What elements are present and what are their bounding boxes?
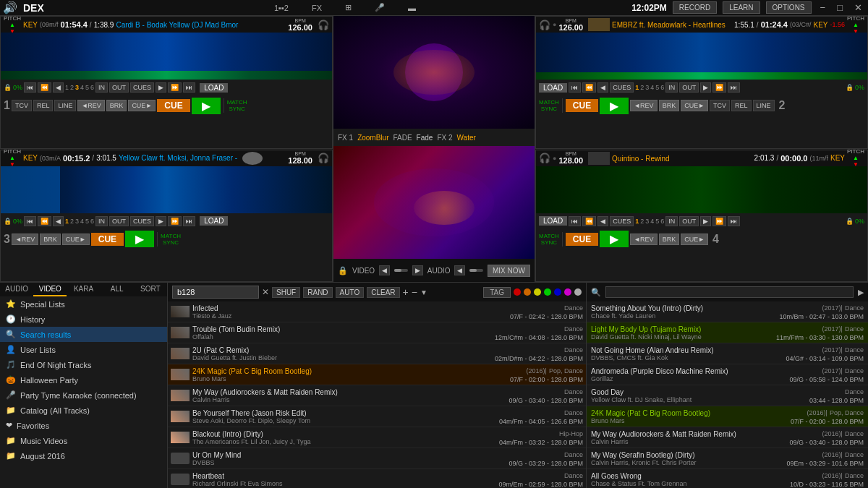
deck1-back[interactable]: ◀ [53,82,64,93]
deck3-lock[interactable]: 🔒 [4,218,12,225]
deck1-pitch-up[interactable]: ▲ [9,22,15,28]
track-row[interactable]: 24K Magic (Pat C Big Room Bootleg) Bruno… [168,364,586,385]
rb-row[interactable]: 24K Magic (Pat C Big Room Bootleg) Bruno… [587,406,868,427]
deck2-pitch-up[interactable]: ▲ [853,22,859,28]
deck1-cue4[interactable]: 4 [80,84,84,91]
deck2-out[interactable]: OUT [679,82,699,93]
audio-slider[interactable] [469,269,483,272]
deck1-next[interactable]: ⏭ [183,82,195,93]
track-row[interactable]: Be Yourself There (Jason Risk Edit) Stev… [168,406,586,427]
deck1-tcv[interactable]: TCV [12,100,32,111]
deck3-cue3[interactable]: 3 [75,218,79,225]
deck2-cue5[interactable]: 5 [655,84,659,91]
deck2-line[interactable]: LINE [753,100,775,111]
deck4-match-sync[interactable]: MATCH SYNC [539,233,559,246]
clear-button[interactable]: CLEAR [367,287,399,298]
deck4-brk[interactable]: BRK [659,234,680,245]
nav-fx[interactable]: FX [307,4,326,12]
deck2-cue-play[interactable]: CUE [566,99,598,112]
deck4-next[interactable]: ⏭ [728,216,740,226]
deck1-ffwd[interactable]: ⏩ [168,82,182,93]
search-input[interactable] [172,286,259,299]
track-row[interactable]: 2U (Pat C Remix) David Guetta ft. Justin… [168,343,586,364]
deck1-cues-btn[interactable]: CUES [130,82,154,93]
deck1-prev[interactable]: ⏮ [24,82,36,93]
track-row[interactable]: Ur On My Mind DVBBS Dance 09/G - 03:29 -… [168,448,586,469]
color-purple[interactable] [564,288,571,296]
audio-left[interactable]: ◀ [454,265,465,275]
deck1-line[interactable]: LINE [54,100,76,111]
rand-button[interactable]: RAND [303,287,332,298]
deck2-match-sync[interactable]: MATCH SYNC [539,99,559,112]
deck2-fwd[interactable]: ▶ [700,82,711,93]
deck4-cue4[interactable]: 4 [650,218,654,225]
sidebar-item-catalog[interactable]: 📁 Catalog (All Tracks) [0,403,167,418]
deck4-prev[interactable]: ⏮ [569,216,581,226]
sidebar-item-end-of-night[interactable]: 🎵 End Of Night Tracks [0,357,167,372]
deck2-headphone[interactable]: 🎧 [539,20,550,30]
close-button[interactable]: ✕ [851,2,865,13]
tab-audio[interactable]: AUDIO [0,283,33,296]
nav-1-2[interactable]: 1▪▪2 [270,4,293,12]
deck2-lock[interactable]: 🔒 [846,84,854,91]
deck3-cues-btn[interactable]: CUES [130,216,154,226]
auto-button[interactable]: AUTO [336,287,365,298]
track-row[interactable]: Trouble (Tom Budin Remix) Offalah Dance … [168,322,586,343]
deck4-cue5[interactable]: 5 [655,218,659,225]
sidebar-item-karaoke[interactable]: 🎤 Party Tyme Karaoke (connected) [0,388,167,403]
tab-video[interactable]: VIDEO [33,283,67,296]
color-yellow[interactable] [534,288,541,296]
va-left[interactable]: ◀ [379,265,390,275]
mixnow-button[interactable]: MIX NOW [488,265,530,277]
fx2-value[interactable]: Water [457,134,476,142]
deck3-in[interactable]: IN [95,216,108,226]
deck2-rel[interactable]: REL [731,100,752,111]
tab-sort[interactable]: SORT [134,283,167,296]
deck1-rev[interactable]: ◄REV [77,100,104,111]
deck4-load[interactable]: LOAD [539,216,567,226]
deck3-out[interactable]: OUT [109,216,129,226]
track-row[interactable]: My Way (Audiorockers & Matt Raiden Remix… [168,385,586,406]
video-slider[interactable] [394,269,408,272]
deck2-prev[interactable]: ⏮ [569,82,581,93]
deck1-cue-play[interactable]: CUE [157,99,190,112]
deck3-next[interactable]: ⏭ [183,216,195,226]
nav-video[interactable]: ▬ [404,4,420,12]
deck1-fwd[interactable]: ▶ [156,82,166,93]
va-right[interactable]: ▶ [412,265,423,275]
deck4-out[interactable]: OUT [679,216,699,226]
deck1-play[interactable]: ▶ [192,98,221,114]
track-row[interactable]: Heartbeat Richard Orlinski Ft Eva Simons… [168,469,586,488]
deck1-out[interactable]: OUT [109,82,129,93]
record-button[interactable]: RECORD [673,1,717,14]
nav-mic[interactable]: 🎤 [370,3,389,12]
shuf-button[interactable]: SHUF [272,287,300,298]
rb-search-bar[interactable] [605,286,854,298]
fx1-value[interactable]: ZoomBlur [357,134,388,142]
deck4-back[interactable]: ◀ [597,216,608,226]
deck3-load[interactable]: LOAD [200,216,228,226]
maximize-button[interactable]: □ [834,2,846,13]
color-orange[interactable] [524,288,531,296]
deck3-cue1[interactable]: 1 [65,218,69,225]
deck1-cue-ctrl[interactable]: CUE► [128,100,156,111]
deck1-cue6[interactable]: 6 [90,84,94,91]
deck1-cue3[interactable]: 3 [75,84,79,91]
fade-value[interactable]: Fade [417,134,433,142]
deck1-match-sync[interactable]: MATCH SYNC [227,99,247,112]
sidebar-item-history[interactable]: 🕐 History [0,312,167,327]
deck4-pitch-up[interactable]: ▲ [853,155,859,161]
deck2-cue-ctrl[interactable]: CUE► [681,100,708,111]
va-lock[interactable]: 🔒 [338,266,348,275]
rb-row[interactable]: Light My Body Up (Tujamo Remix) David Gu… [587,322,868,343]
deck2-back[interactable]: ◀ [597,82,608,93]
deck3-cue-ctrl[interactable]: CUE► [62,234,90,245]
track-row[interactable]: Infected Tiësto & Jauz Dance 07/F - 02:4… [168,301,586,322]
deck4-cue6[interactable]: 6 [660,218,664,225]
deck3-fwd[interactable]: ▶ [156,216,166,226]
deck3-play[interactable]: ▶ [125,231,154,247]
deck3-cue6[interactable]: 6 [90,218,94,225]
deck4-rew[interactable]: ⏪ [582,216,596,226]
deck1-brk[interactable]: BRK [106,100,127,111]
rb-play-icon[interactable]: ▶ [858,288,864,297]
